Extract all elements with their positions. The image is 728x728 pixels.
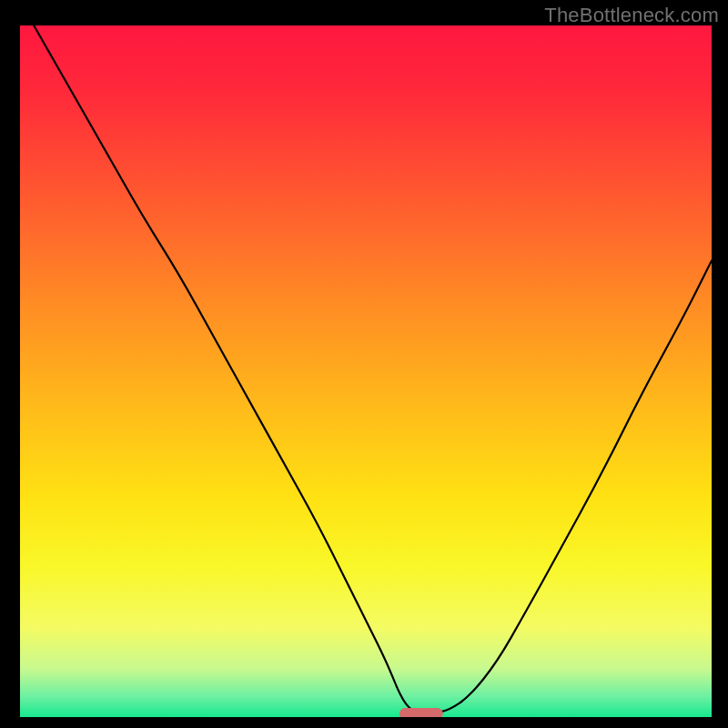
gradient-background (20, 25, 712, 717)
chart-frame: TheBottleneck.com (0, 0, 728, 728)
watermark-text: TheBottleneck.com (544, 4, 719, 27)
bottleneck-chart (0, 0, 728, 728)
optimal-range-marker (399, 708, 443, 719)
